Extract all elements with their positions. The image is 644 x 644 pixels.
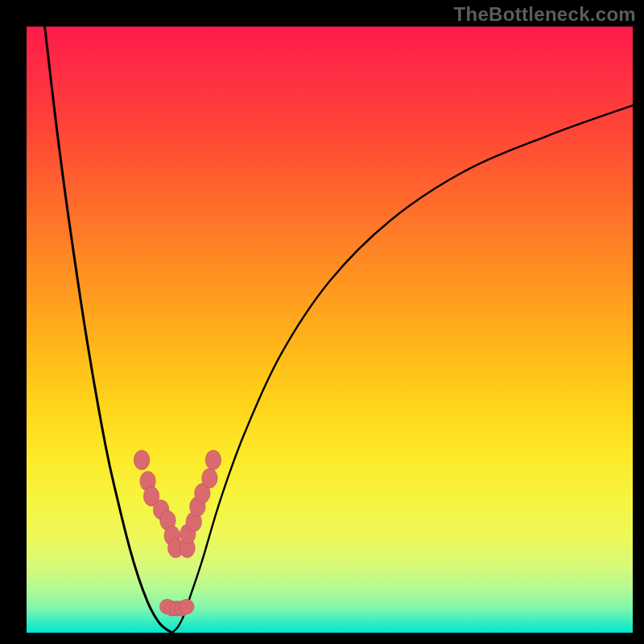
marker-bottom-4 [179, 599, 194, 614]
curve-right-arm [172, 105, 633, 633]
watermark-text: TheBottleneck.com [454, 3, 636, 26]
chart-frame: TheBottleneck.com [0, 0, 644, 644]
marker-right-5 [202, 469, 218, 488]
curve-left-arm [45, 27, 172, 633]
chart-svg [27, 27, 633, 633]
marker-left-0 [134, 450, 150, 469]
gradient-plot-area [27, 27, 633, 633]
marker-right-6 [205, 450, 221, 469]
